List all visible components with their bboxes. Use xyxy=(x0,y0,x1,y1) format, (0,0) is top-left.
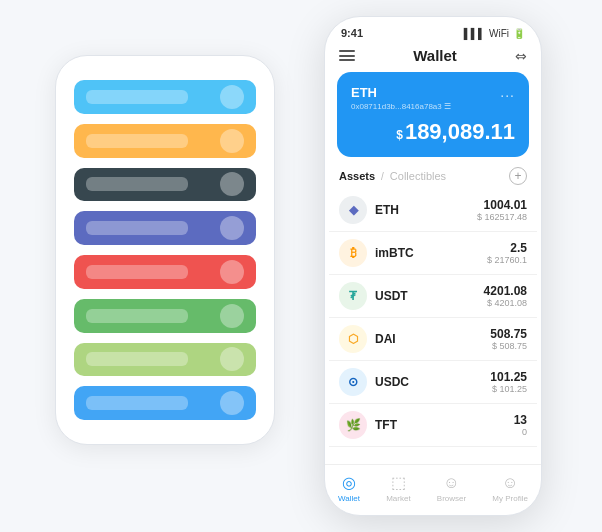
bg-card-0 xyxy=(74,80,256,114)
asset-usd: $ 508.75 xyxy=(490,341,527,351)
asset-usd: 0 xyxy=(514,427,527,437)
asset-name-dai: DAI xyxy=(375,332,490,346)
asset-amount: 13 xyxy=(514,413,527,427)
profile-nav-icon: ☺ xyxy=(502,474,518,492)
wifi-icon: WiFi xyxy=(489,28,509,39)
asset-name-imbtc: imBTC xyxy=(375,246,487,260)
nav-browser[interactable]: ☺ Browser xyxy=(437,474,466,503)
bg-card-5 xyxy=(74,299,256,333)
asset-name-usdt: USDT xyxy=(375,289,484,303)
asset-amount: 1004.01 xyxy=(477,198,527,212)
nav-market[interactable]: ⬚ Market xyxy=(386,473,410,503)
asset-amount: 508.75 xyxy=(490,327,527,341)
asset-amount: 2.5 xyxy=(487,241,527,255)
assets-tab[interactable]: Assets xyxy=(339,170,375,182)
asset-name-usdc: USDC xyxy=(375,375,490,389)
asset-list-item[interactable]: ₿imBTC2.5$ 21760.1 xyxy=(329,232,537,275)
asset-usd: $ 4201.08 xyxy=(484,298,527,308)
background-phone xyxy=(55,55,275,445)
asset-icon-eth: ◆ xyxy=(339,196,367,224)
eth-address: 0x08711d3b...8416a78a3 ☰ xyxy=(351,102,515,111)
asset-values-eth: 1004.01$ 162517.48 xyxy=(477,198,527,222)
asset-list-item[interactable]: ⊙USDC101.25$ 101.25 xyxy=(329,361,537,404)
assets-header: Assets / Collectibles + xyxy=(325,157,541,189)
bottom-nav: ◎ Wallet ⬚ Market ☺ Browser ☺ My Profile xyxy=(325,464,541,515)
bg-card-7 xyxy=(74,386,256,420)
eth-dollar-sign: $ xyxy=(396,128,403,142)
browser-nav-label: Browser xyxy=(437,494,466,503)
signal-icon: ▌▌▌ xyxy=(464,28,485,39)
bg-card-3 xyxy=(74,211,256,245)
asset-icon-usdt: ₮ xyxy=(339,282,367,310)
status-icons: ▌▌▌ WiFi 🔋 xyxy=(464,28,525,39)
asset-list-item[interactable]: ⬡DAI508.75$ 508.75 xyxy=(329,318,537,361)
nav-title: Wallet xyxy=(413,47,457,64)
hamburger-menu[interactable] xyxy=(339,50,355,61)
nav-wallet[interactable]: ◎ Wallet xyxy=(338,473,360,503)
asset-list: ◆ETH1004.01$ 162517.48₿imBTC2.5$ 21760.1… xyxy=(325,189,541,464)
nav-profile[interactable]: ☺ My Profile xyxy=(492,474,528,503)
asset-icon-tft: 🌿 xyxy=(339,411,367,439)
battery-icon: 🔋 xyxy=(513,28,525,39)
asset-values-dai: 508.75$ 508.75 xyxy=(490,327,527,351)
asset-values-usdt: 4201.08$ 4201.08 xyxy=(484,284,527,308)
profile-nav-label: My Profile xyxy=(492,494,528,503)
asset-list-item[interactable]: ◆ETH1004.01$ 162517.48 xyxy=(329,189,537,232)
expand-icon[interactable]: ⇔ xyxy=(515,48,527,64)
eth-card[interactable]: ETH ... 0x08711d3b...8416a78a3 ☰ $189,08… xyxy=(337,72,529,157)
eth-label: ETH xyxy=(351,85,377,100)
bg-card-4 xyxy=(74,255,256,289)
asset-name-tft: TFT xyxy=(375,418,514,432)
asset-values-imbtc: 2.5$ 21760.1 xyxy=(487,241,527,265)
asset-icon-imbtc: ₿ xyxy=(339,239,367,267)
status-bar: 9:41 ▌▌▌ WiFi 🔋 xyxy=(325,17,541,43)
asset-values-usdc: 101.25$ 101.25 xyxy=(490,370,527,394)
add-asset-button[interactable]: + xyxy=(509,167,527,185)
wallet-nav-label: Wallet xyxy=(338,494,360,503)
main-phone: 9:41 ▌▌▌ WiFi 🔋 Wallet ⇔ ETH ... 0x08711… xyxy=(324,16,542,516)
asset-amount: 101.25 xyxy=(490,370,527,384)
bg-card-1 xyxy=(74,124,256,158)
asset-usd: $ 21760.1 xyxy=(487,255,527,265)
status-time: 9:41 xyxy=(341,27,363,39)
asset-icon-dai: ⬡ xyxy=(339,325,367,353)
assets-tabs: Assets / Collectibles xyxy=(339,170,446,182)
market-nav-icon: ⬚ xyxy=(391,473,406,492)
asset-list-item[interactable]: 🌿TFT130 xyxy=(329,404,537,447)
asset-list-item[interactable]: ₮USDT4201.08$ 4201.08 xyxy=(329,275,537,318)
top-nav: Wallet ⇔ xyxy=(325,43,541,72)
eth-more-icon[interactable]: ... xyxy=(500,84,515,100)
asset-amount: 4201.08 xyxy=(484,284,527,298)
market-nav-label: Market xyxy=(386,494,410,503)
collectibles-tab[interactable]: Collectibles xyxy=(390,170,446,182)
tab-separator: / xyxy=(381,171,384,182)
asset-usd: $ 162517.48 xyxy=(477,212,527,222)
asset-values-tft: 130 xyxy=(514,413,527,437)
browser-nav-icon: ☺ xyxy=(443,474,459,492)
asset-name-eth: ETH xyxy=(375,203,477,217)
asset-icon-usdc: ⊙ xyxy=(339,368,367,396)
wallet-nav-icon: ◎ xyxy=(342,473,356,492)
eth-value: 189,089.11 xyxy=(405,119,515,144)
bg-card-2 xyxy=(74,168,256,202)
bg-card-6 xyxy=(74,343,256,377)
eth-amount: $189,089.11 xyxy=(351,119,515,145)
asset-usd: $ 101.25 xyxy=(490,384,527,394)
